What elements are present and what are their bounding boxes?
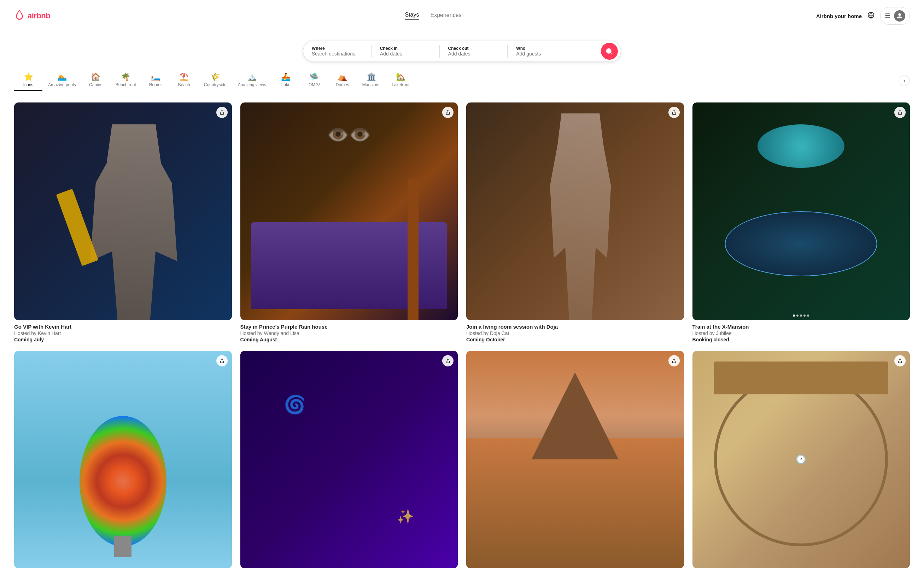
category-label-cabins: Cabins [89, 82, 102, 87]
hamburger-icon: ☰ [885, 12, 890, 20]
listing-card-5[interactable] [14, 351, 232, 572]
listing-status-1: Coming July [14, 337, 232, 342]
category-item-amazing-pools[interactable]: 🏊 Amazing pools [42, 70, 82, 91]
listing-image-7 [466, 351, 684, 569]
category-item-domes[interactable]: ⛺ Domes [328, 70, 357, 91]
category-icon-cabins: 🏠 [91, 73, 100, 81]
checkin-value: Add dates [380, 51, 431, 56]
listing-host-2: Hosted by Wendy and Lisa [240, 330, 458, 336]
category-item-countryside[interactable]: 🌾 Countryside [198, 70, 232, 91]
listing-info-1: Go VIP with Kevin Hart Hosted by Kevin H… [14, 320, 232, 342]
category-icon-icons: ⭐ [24, 73, 33, 81]
category-icon-lake: 🚣 [281, 73, 291, 81]
listing-image-2: 👁️👁️ [240, 102, 458, 320]
experiences-tab[interactable]: Experiences [431, 12, 462, 20]
listing-card-8[interactable]: 🕐 [692, 351, 910, 572]
search-button[interactable] [601, 43, 618, 60]
category-icon-beach: ⛱️ [179, 73, 189, 81]
category-label-amazing-pools: Amazing pools [48, 82, 76, 87]
listing-card-6[interactable]: 🌀✨ [240, 351, 458, 572]
category-item-lakefront[interactable]: 🏡 Lakefront [386, 70, 415, 91]
share-button-8[interactable] [894, 355, 906, 366]
category-item-mansions[interactable]: 🏛️ Mansions [357, 70, 386, 91]
who-segment[interactable]: Who Add guests [508, 41, 601, 61]
logo[interactable]: airbnb [14, 9, 50, 23]
globe-button[interactable] [868, 12, 874, 21]
category-icon-countryside: 🌾 [210, 73, 220, 81]
listing-title-3: Join a living room session with Doja [466, 324, 684, 330]
category-icon-lakefront: 🏡 [396, 73, 405, 81]
listing-image-1 [14, 102, 232, 320]
listing-info-6 [240, 568, 458, 572]
listing-card-3[interactable]: Join a living room session with Doja Hos… [466, 102, 684, 342]
category-item-icons[interactable]: ⭐ Icons [14, 70, 42, 91]
category-icon-beachfront: 🌴 [121, 73, 130, 81]
listing-image-3 [466, 102, 684, 320]
category-icon-omg: 🛸 [309, 73, 319, 81]
checkin-label: Check in [380, 46, 431, 51]
where-value: Search destinations [312, 51, 363, 56]
listing-title-1: Go VIP with Kevin Hart [14, 324, 232, 330]
search-bar-container: Where Search destinations Check in Add d… [0, 32, 924, 67]
share-button-1[interactable] [216, 107, 227, 118]
avatar [894, 10, 905, 22]
listing-card-7[interactable] [466, 351, 684, 572]
who-value: Add guests [516, 51, 593, 56]
listing-info-5 [14, 568, 232, 572]
listing-info-3: Join a living room session with Doja Hos… [466, 320, 684, 342]
listing-card-4[interactable]: Train at the X-Mansion Hosted by Jubilee… [692, 102, 910, 342]
listing-info-7 [466, 568, 684, 572]
menu-user-button[interactable]: ☰ [880, 7, 910, 25]
checkout-segment[interactable]: Check out Add dates [440, 41, 508, 61]
listing-host-1: Hosted by Kevin Hart [14, 330, 232, 336]
category-icon-amazing-views: 🏔️ [247, 73, 257, 81]
share-button-3[interactable] [668, 107, 680, 118]
category-item-beachfront[interactable]: 🌴 Beachfront [110, 70, 142, 91]
where-label: Where [312, 46, 363, 51]
where-segment[interactable]: Where Search destinations [303, 41, 371, 61]
category-item-omg[interactable]: 🛸 OMG! [300, 70, 328, 91]
listing-card-1[interactable]: Go VIP with Kevin Hart Hosted by Kevin H… [14, 102, 232, 342]
listing-card-2[interactable]: 👁️👁️ Stay in Prince's Purple Rain house … [240, 102, 458, 342]
header: airbnb Stays Experiences Airbnb your hom… [0, 0, 924, 32]
category-label-rooms: Rooms [149, 82, 163, 87]
share-button-6[interactable] [442, 355, 453, 366]
listing-image-4 [692, 102, 910, 320]
category-label-icons: Icons [23, 82, 34, 87]
category-label-omg: OMG! [309, 82, 320, 87]
listing-info-4: Train at the X-Mansion Hosted by Jubilee… [692, 320, 910, 342]
nav-arrow-right[interactable]: › [898, 75, 910, 86]
category-label-mansions: Mansions [362, 82, 380, 87]
category-label-beach: Beach [178, 82, 190, 87]
listing-title-2: Stay in Prince's Purple Rain house [240, 324, 458, 330]
checkin-segment[interactable]: Check in Add dates [372, 41, 439, 61]
listing-status-4: Booking closed [692, 337, 910, 342]
airbnb-logo-icon [14, 9, 25, 23]
listing-info-2: Stay in Prince's Purple Rain house Hoste… [240, 320, 458, 342]
logo-text: airbnb [27, 11, 50, 21]
category-label-countryside: Countryside [204, 82, 227, 87]
category-item-rooms[interactable]: 🛏️ Rooms [142, 70, 170, 91]
category-item-beach[interactable]: ⛱️ Beach [170, 70, 198, 91]
stays-tab[interactable]: Stays [405, 12, 419, 20]
listing-host-3: Hosted by Doja Cat [466, 330, 684, 336]
checkout-value: Add dates [448, 51, 499, 56]
category-label-lake: Lake [281, 82, 291, 87]
listing-image-5 [14, 351, 232, 569]
share-button-7[interactable] [668, 355, 680, 366]
listing-image-6: 🌀✨ [240, 351, 458, 569]
category-item-amazing-views[interactable]: 🏔️ Amazing views [232, 70, 272, 91]
share-button-2[interactable] [442, 107, 453, 118]
airbnb-home-button[interactable]: Airbnb your home [816, 13, 862, 19]
category-item-lake[interactable]: 🚣 Lake [272, 70, 300, 91]
share-button-5[interactable] [216, 355, 227, 366]
category-item-cabins[interactable]: 🏠 Cabins [82, 70, 110, 91]
category-icon-amazing-pools: 🏊 [57, 73, 67, 81]
share-button-4[interactable] [894, 107, 906, 118]
category-icon-domes: ⛺ [338, 73, 347, 81]
category-label-amazing-views: Amazing views [238, 82, 266, 87]
category-label-lakefront: Lakefront [392, 82, 409, 87]
listing-status-2: Coming August [240, 337, 458, 342]
listing-status-3: Coming October [466, 337, 684, 342]
category-label-beachfront: Beachfront [115, 82, 136, 87]
